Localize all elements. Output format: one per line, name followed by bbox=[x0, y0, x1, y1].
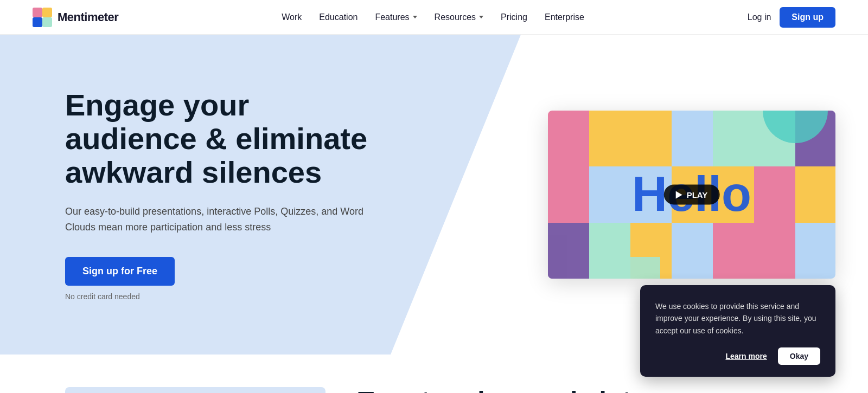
hero-content: Engage your audience & eliminate awkward… bbox=[0, 35, 380, 355]
login-button[interactable]: Log in bbox=[748, 12, 771, 22]
hero-subtitle: Our easy-to-build presentations, interac… bbox=[65, 204, 369, 235]
svg-rect-23 bbox=[754, 223, 795, 279]
svg-rect-21 bbox=[672, 223, 713, 279]
svg-rect-1 bbox=[42, 8, 52, 17]
nav-item-resources[interactable]: Resources bbox=[428, 8, 490, 27]
nav-links: Work Education Features Resources Pricin… bbox=[275, 8, 591, 27]
hero-cta-button[interactable]: Sign up for Free bbox=[65, 257, 175, 286]
play-button[interactable]: PLAY bbox=[664, 185, 720, 205]
svg-rect-8 bbox=[713, 111, 754, 166]
video-inner: Hello PLAY bbox=[548, 111, 835, 279]
signup-button[interactable]: Sign up bbox=[780, 7, 835, 28]
nav-auth: Log in Sign up bbox=[748, 7, 835, 28]
below-hero-image-placeholder bbox=[65, 387, 326, 393]
nav-item-features[interactable]: Features bbox=[368, 8, 423, 27]
hero-title: Engage your audience & eliminate awkward… bbox=[65, 88, 380, 189]
svg-rect-2 bbox=[33, 17, 42, 27]
svg-rect-19 bbox=[589, 223, 630, 279]
features-chevron-icon bbox=[413, 16, 417, 18]
play-label: PLAY bbox=[687, 190, 708, 199]
svg-rect-7 bbox=[672, 111, 713, 166]
svg-rect-11 bbox=[548, 166, 589, 223]
nav-item-work[interactable]: Work bbox=[275, 8, 308, 27]
svg-rect-12 bbox=[589, 166, 630, 223]
svg-rect-4 bbox=[548, 111, 589, 166]
logo-link[interactable]: Mentimeter bbox=[33, 8, 118, 27]
play-triangle-icon bbox=[676, 191, 682, 198]
okay-button[interactable]: Okay bbox=[778, 347, 820, 365]
navbar: Mentimeter Work Education Features Resou… bbox=[0, 0, 868, 35]
nav-item-education[interactable]: Education bbox=[312, 8, 364, 27]
svg-rect-0 bbox=[33, 8, 42, 17]
logo-icon bbox=[33, 8, 52, 27]
logo-text: Mentimeter bbox=[58, 10, 118, 24]
cookie-text: We use cookies to provide this service a… bbox=[655, 300, 820, 337]
svg-rect-5 bbox=[589, 111, 630, 166]
svg-rect-3 bbox=[42, 17, 52, 27]
cookie-banner: We use cookies to provide this service a… bbox=[640, 285, 835, 377]
hero-no-credit-card: No credit card needed bbox=[65, 292, 380, 301]
hero-video-thumbnail[interactable]: Hello PLAY bbox=[548, 111, 835, 279]
learn-more-button[interactable]: Learn more bbox=[726, 352, 767, 360]
svg-rect-24 bbox=[795, 223, 835, 279]
cookie-actions: Learn more Okay bbox=[655, 347, 820, 365]
svg-rect-6 bbox=[630, 111, 672, 166]
svg-rect-17 bbox=[795, 166, 835, 223]
below-hero-title: Turn tough crowds into bbox=[358, 387, 803, 393]
svg-rect-27 bbox=[630, 257, 660, 279]
below-hero-text: Turn tough crowds into bbox=[358, 387, 803, 393]
nav-item-enterprise[interactable]: Enterprise bbox=[538, 8, 591, 27]
nav-item-pricing[interactable]: Pricing bbox=[494, 8, 534, 27]
resources-chevron-icon bbox=[479, 16, 483, 18]
svg-rect-26 bbox=[548, 235, 567, 279]
svg-rect-22 bbox=[713, 223, 754, 279]
svg-rect-16 bbox=[754, 166, 795, 223]
